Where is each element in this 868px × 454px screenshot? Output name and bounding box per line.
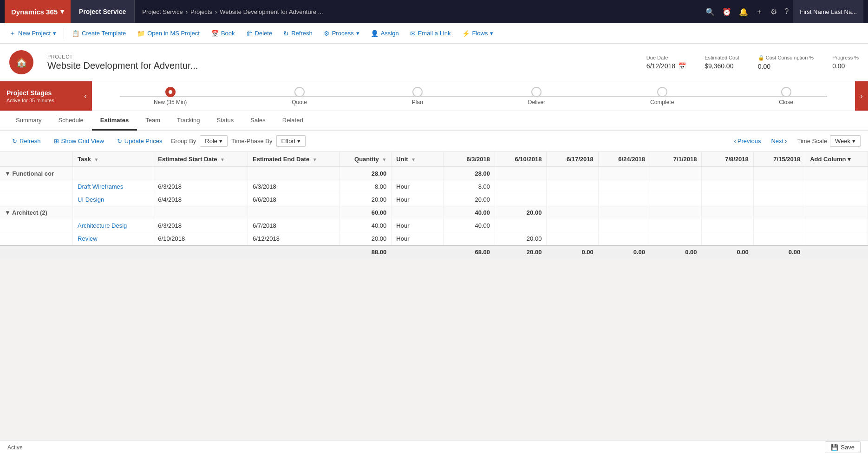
stage-label-box: Project Stages Active for 35 minutes <box>0 81 79 111</box>
total-d5: 0.00 <box>650 245 702 259</box>
col-unit[interactable]: Unit ▼ <box>392 152 443 167</box>
table-row: ▼ Architect (2) 60.00 40.00 20.00 <box>0 206 868 219</box>
cost-consumption-field: 🔒 Cost Consumption % 0.00 <box>758 55 814 70</box>
open-ms-project-button[interactable]: 📁 Open in MS Project <box>132 27 204 40</box>
delete-button[interactable]: 🗑 Delete <box>241 27 277 40</box>
search-icon[interactable]: 🔍 <box>705 7 715 16</box>
estimates-toolbar: ↻ Refresh ⊞ Show Grid View ↻ Update Pric… <box>0 131 868 152</box>
time-phase-by-dropdown[interactable]: Effort ▾ <box>276 135 306 147</box>
show-grid-view-button[interactable]: ⊞ Show Grid View <box>49 135 109 147</box>
process-dropdown-icon: ▾ <box>356 30 359 37</box>
total-d1: 68.00 <box>443 245 495 259</box>
col-addcol[interactable]: Add Column ▾ <box>805 152 868 167</box>
time-scale-dropdown[interactable]: Week ▾ <box>830 135 861 147</box>
tab-summary[interactable]: Summary <box>7 111 50 131</box>
book-button[interactable]: 📅 Book <box>206 27 240 40</box>
stage-deliver[interactable]: Deliver <box>528 87 545 105</box>
project-icon: 🏠 <box>9 50 33 74</box>
stage-close[interactable]: Close <box>779 87 793 105</box>
stage-prev-button[interactable]: ‹ <box>79 81 92 111</box>
user-menu[interactable]: First Name Last Na... <box>793 0 863 23</box>
notifications-icon[interactable]: 🔔 <box>739 7 748 16</box>
qty-sort-icon: ▼ <box>382 157 386 162</box>
create-template-button[interactable]: 📋 Create Template <box>67 27 131 40</box>
total-d6: 0.00 <box>702 245 753 259</box>
table-body: ▼ Functional cor 28.00 28.00 Draft Wiref… <box>0 167 868 245</box>
calendar-icon[interactable]: 📅 <box>678 62 686 70</box>
update-prices-button[interactable]: ↻ Update Prices <box>112 135 167 147</box>
table-row: Draft Wireframes 6/3/2018 6/3/2018 8.00 … <box>0 180 868 193</box>
total-addcol <box>805 245 868 259</box>
stage-plan-label: Plan <box>412 99 423 105</box>
total-d2: 20.00 <box>495 245 547 259</box>
stage-complete-circle <box>657 87 667 97</box>
project-fields: Due Date 6/12/2018 📅 Estimated Cost $9,3… <box>646 55 859 70</box>
dynamics365-menu[interactable]: Dynamics 365 ▾ <box>5 0 71 23</box>
stage-quote-circle <box>294 87 305 97</box>
command-bar: ＋ New Project ▾ 📋 Create Template 📁 Open… <box>0 23 868 44</box>
tab-related[interactable]: Related <box>274 111 312 131</box>
estimates-refresh-button[interactable]: ↻ Refresh <box>7 135 46 147</box>
col-end[interactable]: Estimated End Date ▼ <box>248 152 340 167</box>
project-info: PROJECT Website Development for Adventur… <box>47 54 633 71</box>
estimates-refresh-icon: ↻ <box>12 138 17 145</box>
stage-next-button[interactable]: › <box>855 81 868 111</box>
email-link-button[interactable]: ✉ Email a Link <box>405 27 456 40</box>
breadcrumb-item-2: Website Development for Adventure ... <box>220 8 323 15</box>
stage-quote[interactable]: Quote <box>292 87 307 105</box>
total-d3: 0.00 <box>547 245 598 259</box>
stage-plan[interactable]: Plan <box>412 87 423 105</box>
stage-stages: New (35 Min) Quote Plan Deliver Complete… <box>92 81 855 111</box>
total-qty: 88.00 <box>339 245 392 259</box>
tab-team[interactable]: Team <box>137 111 169 131</box>
refresh-button[interactable]: ↻ Refresh <box>279 27 317 40</box>
stage-title: Project Stages <box>7 89 72 97</box>
lock-icon: 🔒 <box>758 55 764 60</box>
tab-sales[interactable]: Sales <box>242 111 274 131</box>
tab-status[interactable]: Status <box>208 111 242 131</box>
next-button[interactable]: Next › <box>767 136 790 146</box>
tab-tracking[interactable]: Tracking <box>169 111 208 131</box>
cost-consumption-value: 0.00 <box>758 63 814 70</box>
add-icon[interactable]: ＋ <box>756 7 763 17</box>
new-project-button[interactable]: ＋ New Project ▾ <box>5 26 61 40</box>
new-project-icon: ＋ <box>9 29 16 38</box>
project-title: Website Development for Adventur... <box>47 60 633 71</box>
breadcrumb-item-0[interactable]: Project Service <box>142 8 183 15</box>
group-by-dropdown[interactable]: Role ▾ <box>200 135 228 147</box>
start-sort-icon: ▼ <box>220 157 225 162</box>
flows-button[interactable]: ⚡ Flows ▾ <box>457 27 498 40</box>
recent-icon[interactable]: ⏰ <box>722 7 731 16</box>
settings-icon[interactable]: ⚙ <box>770 7 777 16</box>
group-collapse[interactable]: ▼ Functional cor <box>0 167 73 180</box>
delete-icon: 🗑 <box>246 30 253 37</box>
table-footer: 88.00 68.00 20.00 0.00 0.00 0.00 0.00 0.… <box>0 245 868 259</box>
time-phase-chevron: ▾ <box>297 138 300 145</box>
assign-button[interactable]: 👤 Assign <box>366 27 404 40</box>
time-scale-label: Time Scale <box>797 138 827 145</box>
col-d1: 6/3/2018 <box>443 152 495 167</box>
flows-icon: ⚡ <box>462 30 470 37</box>
col-role <box>0 152 73 167</box>
stage-deliver-circle <box>531 87 542 97</box>
stage-new[interactable]: New (35 Min) <box>154 87 187 105</box>
process-button[interactable]: ⚙ Process ▾ <box>319 27 364 40</box>
cost-consumption-label: 🔒 Cost Consumption % <box>758 55 814 61</box>
flows-dropdown-icon: ▾ <box>490 30 493 37</box>
tab-estimates[interactable]: Estimates <box>92 111 137 131</box>
stage-complete[interactable]: Complete <box>650 87 674 105</box>
group-collapse[interactable]: ▼ Architect (2) <box>0 206 73 219</box>
col-task[interactable]: Task ▼ <box>73 152 153 167</box>
tab-schedule[interactable]: Schedule <box>50 111 92 131</box>
help-icon[interactable]: ? <box>784 7 789 16</box>
project-header: 🏠 PROJECT Website Development for Advent… <box>0 44 868 81</box>
total-unit <box>392 245 443 259</box>
total-end <box>248 245 340 259</box>
breadcrumb-item-1[interactable]: Projects <box>190 8 212 15</box>
previous-button[interactable]: ‹ Previous <box>730 136 764 146</box>
stage-new-label: New (35 Min) <box>154 99 187 105</box>
col-start[interactable]: Estimated Start Date ▼ <box>153 152 248 167</box>
top-nav: Dynamics 365 ▾ Project Service Project S… <box>0 0 868 23</box>
total-task <box>73 245 153 259</box>
col-qty[interactable]: Quantity ▼ <box>339 152 392 167</box>
